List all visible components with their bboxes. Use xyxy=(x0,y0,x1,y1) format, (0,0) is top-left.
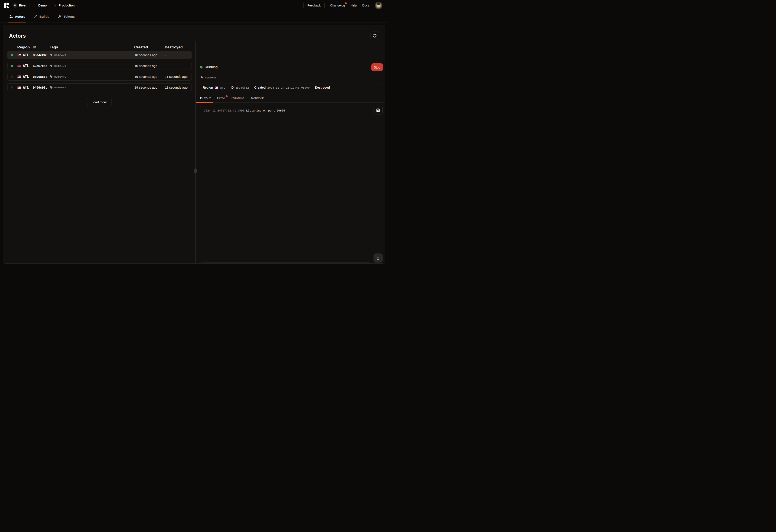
meta-created-value: 2024-12-24T11:12:40-06:00 xyxy=(267,86,310,89)
divider-drag-handle[interactable] xyxy=(194,169,197,173)
status-dot-running xyxy=(11,65,13,67)
meta-id-label: ID xyxy=(231,86,234,89)
tag-icon xyxy=(50,86,53,89)
actor-tag: name=ws xyxy=(54,86,66,89)
us-flag-icon xyxy=(17,86,21,89)
destroyed-at: 11 seconds ago xyxy=(165,85,192,89)
tag-icon xyxy=(200,76,203,79)
log-output-panel[interactable]: 2024-12-24T17:12:41.999Z Listening on po… xyxy=(200,106,371,263)
breadcrumb-project[interactable]: Demo xyxy=(38,4,47,7)
meta-region-label: Region xyxy=(203,86,213,89)
meta-region-value: ATL xyxy=(220,86,225,89)
page-title: Actors xyxy=(9,33,26,39)
tab-error[interactable]: Error xyxy=(217,96,225,102)
org-switcher-caret-icon[interactable] xyxy=(28,4,31,7)
load-more-button[interactable]: Load more xyxy=(87,98,112,106)
org-avatar: R xyxy=(13,3,17,8)
created-at: 19 seconds ago xyxy=(135,85,165,89)
breadcrumb-environment[interactable]: Production xyxy=(58,4,74,7)
changelog-notification-dot xyxy=(345,2,347,4)
project-name: Demo xyxy=(38,4,47,7)
error-notification-dot xyxy=(226,95,228,97)
docs-link[interactable]: Docs xyxy=(362,4,369,7)
table-row[interactable]: ATL e89c886a name=ws 19 seconds ago 11 s… xyxy=(7,73,192,80)
help-link[interactable]: Help xyxy=(350,4,357,7)
actor-id: 62a67e55 xyxy=(33,64,50,68)
detail-tag: name=ws xyxy=(205,76,217,79)
card-header: Actors xyxy=(3,25,385,41)
top-header: R Rivet Demo Production xyxy=(0,0,388,11)
environment-switcher-caret-icon[interactable] xyxy=(76,4,79,7)
actor-id: e89c886a xyxy=(33,75,50,78)
status-dot-destroyed xyxy=(11,86,13,88)
hammer-icon xyxy=(34,15,38,18)
table-row[interactable]: ATL 85a4cf32 name=ws 10 seconds ago - xyxy=(7,51,192,59)
destroyed-at: - xyxy=(165,64,192,68)
us-flag-icon xyxy=(17,54,21,56)
status-dot-running xyxy=(11,54,13,56)
card-body: Region ID Tags Created Destroyed ATL 85a… xyxy=(3,41,385,263)
shapes-icon xyxy=(9,15,13,18)
pane-divider xyxy=(195,41,196,263)
col-header-id: ID xyxy=(33,45,50,49)
actor-tag: name=ws xyxy=(54,75,66,78)
save-logs-button[interactable] xyxy=(374,106,383,115)
actor-list-pane: Region ID Tags Created Destroyed ATL 85a… xyxy=(3,41,195,263)
detail-status-row: Running Stop xyxy=(200,63,383,71)
key-icon xyxy=(58,15,61,18)
breadcrumb: R Rivet Demo Production xyxy=(13,3,79,8)
log-timestamp: 2024-12-24T17:12:41.999Z xyxy=(204,109,244,112)
col-header-created: Created xyxy=(134,45,165,49)
rivet-logo-icon[interactable] xyxy=(4,3,9,8)
status-label: Running xyxy=(205,65,218,69)
table-header-row: Region ID Tags Created Destroyed xyxy=(7,44,192,51)
floppy-disk-icon xyxy=(376,108,380,112)
tab-runtime[interactable]: Runtime xyxy=(231,96,244,102)
running-status-dot xyxy=(200,66,203,68)
download-logs-button[interactable] xyxy=(374,253,383,263)
table-row[interactable]: ATL 9456c98c name=ws 19 seconds ago 11 s… xyxy=(7,83,192,91)
main-tabbar: Actors Builds Tokens xyxy=(0,11,388,22)
actor-tag: name=ws xyxy=(54,53,66,57)
region-code: ATL xyxy=(23,64,29,68)
table-row[interactable]: ATL 62a67e55 name=ws 10 seconds ago - xyxy=(7,62,192,70)
detail-tabbar: Output Error Runtime Network xyxy=(196,95,385,103)
breadcrumb-org[interactable]: R Rivet xyxy=(13,3,26,8)
tab-actors-label: Actors xyxy=(15,15,25,18)
actor-meta-bar: Region ATL ID 85a4cf32 Created 2024-12-2… xyxy=(200,83,383,92)
tab-output[interactable]: Output xyxy=(200,96,211,102)
tab-network[interactable]: Network xyxy=(251,96,264,102)
actor-detail-pane: Running Stop name=ws Region ATL ID 85a4c… xyxy=(196,41,385,263)
created-at: 10 seconds ago xyxy=(135,53,165,57)
region-code: ATL xyxy=(23,85,29,89)
region-code: ATL xyxy=(23,75,29,79)
tab-actors[interactable]: Actors xyxy=(9,11,26,22)
created-at: 19 seconds ago xyxy=(135,75,165,78)
feedback-button[interactable]: Feedback xyxy=(304,2,325,9)
meta-destroyed-value: - xyxy=(332,86,333,89)
changelog-link[interactable]: Changelog xyxy=(330,4,345,7)
environment-name: Production xyxy=(58,4,74,7)
tab-builds-label: Builds xyxy=(39,15,49,18)
us-flag-icon xyxy=(215,86,218,89)
actor-id: 85a4cf32 xyxy=(33,53,50,57)
meta-created-label: Created xyxy=(254,86,266,89)
actors-card: Actors Region ID Tags Created xyxy=(3,25,385,264)
log-line: 2024-12-24T17:12:41.999Z Listening on po… xyxy=(204,109,371,113)
us-flag-icon xyxy=(17,75,21,78)
destroyed-at: 11 seconds ago xyxy=(165,75,192,78)
us-flag-icon xyxy=(17,65,21,67)
tab-builds[interactable]: Builds xyxy=(33,11,50,22)
tag-icon xyxy=(50,64,53,67)
project-switcher-caret-icon[interactable] xyxy=(48,4,51,7)
stop-button[interactable]: Stop xyxy=(371,63,383,71)
refresh-button[interactable] xyxy=(371,32,379,40)
log-area: 2024-12-24T17:12:41.999Z Listening on po… xyxy=(200,106,383,263)
tab-tokens[interactable]: Tokens xyxy=(57,11,75,22)
tag-icon xyxy=(50,75,53,78)
user-avatar[interactable] xyxy=(375,2,382,9)
rivet-dashboard: R Rivet Demo Production xyxy=(0,0,388,266)
log-message: Listening on port 20656 xyxy=(246,109,285,112)
chevron-right-icon xyxy=(33,4,36,7)
tag-icon xyxy=(50,54,53,56)
